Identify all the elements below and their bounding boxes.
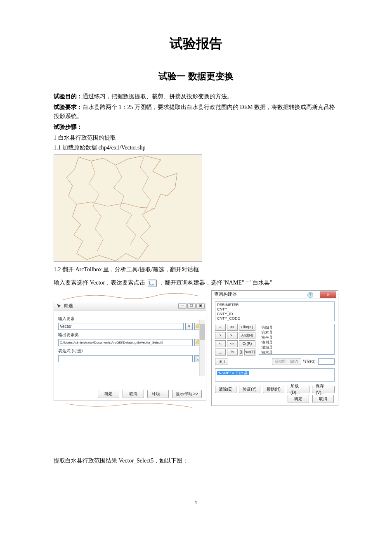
input-feature-dropdown-button[interactable]: ▾	[185, 323, 193, 330]
purpose-text: 通过练习，把握数据提取、裁剪、拼接及投影变换的方法。	[83, 93, 233, 100]
get-unique-button[interactable]: 获取唯一值(V)	[272, 358, 301, 365]
step-1-2-inline: 输入要素选择 Vector，表达要素点击 ，翻开查询构建器，选择"NAME" =…	[54, 278, 338, 287]
sql-expression-icon	[148, 280, 157, 287]
map-svg	[54, 155, 202, 262]
dialog-screenshots-row: 筛选 — ▢ ▣ 输入要素 Vector ▾ 输出要素类 C	[54, 290, 338, 411]
field-name[interactable]: NAME	[217, 321, 333, 321]
query-cancel-button[interactable]: 取消	[312, 395, 334, 403]
query-op-grid: = <> Like(K) > >= And(N) < <= Or(R) _ % …	[215, 324, 255, 356]
query-save-button[interactable]: 保存(V)...	[312, 386, 335, 393]
steps-label: 试验步骤：	[54, 123, 83, 130]
query-clear-button[interactable]: 清除(E)	[215, 386, 236, 393]
query-body: PERIMETER CNTY_ CNTY_ID CNTY_CODE NAME =…	[212, 299, 338, 393]
map-context-line-bottom	[54, 401, 206, 411]
query-action-row: 清除(E) 验证(Y) 帮助(H) 加载(D)... 保存(V)...	[215, 386, 335, 393]
purpose-line: 试验目的：通过练习，把握数据提取、裁剪、拼接及投影变换的方法。	[54, 92, 338, 101]
query-ok-button[interactable]: 确定	[288, 395, 309, 403]
select-cancel-button[interactable]: 取消	[123, 390, 144, 398]
op-not-button[interactable]: Not(T)	[244, 349, 256, 356]
goto-label: 转至(G):	[303, 358, 317, 364]
map-context-line	[54, 290, 206, 302]
field-cnty[interactable]: CNTY_	[217, 307, 333, 312]
select-dialog-wrap: 筛选 — ▢ ▣ 输入要素 Vector ▾ 输出要素类 C	[54, 290, 206, 411]
svg-rect-0	[54, 155, 202, 262]
query-operators-row: = <> Like(K) > >= And(N) < <= Or(R) _ % …	[215, 324, 335, 356]
purpose-label: 试验目的：	[54, 93, 83, 100]
goto-input[interactable]	[318, 358, 335, 365]
select-dialog-body: 输入要素 Vector ▾ 输出要素类 C:\Users\Administrat…	[54, 311, 206, 388]
step-1-1: 1.1 加载原始数据 chp4/ex1/Vector.shp	[54, 143, 338, 152]
query-titlebar: 查询构建器 ? ✕	[212, 291, 338, 299]
query-footer: 确定 取消	[288, 395, 334, 403]
value-luochuan[interactable]: '洛川县'	[261, 340, 333, 345]
select-dialog-titlebar: 筛选 — ▢ ▣	[54, 302, 206, 311]
select-close-x-button[interactable]: ▣	[196, 303, 205, 309]
output-feature-path-input[interactable]: C:\Users\Administrator\Documents\ArcGIS\…	[58, 339, 193, 346]
select-env-button[interactable]: 环境...	[147, 390, 169, 398]
op-or-button[interactable]: Or(R)	[239, 340, 255, 347]
op-lt-button[interactable]: <	[215, 340, 226, 347]
doc-sub-title: 试验一 数据更变换	[54, 69, 338, 83]
field-perimeter[interactable]: PERIMETER	[217, 303, 333, 307]
step-1-2: 1.2 翻开 ArcTollbox 里，分析工具/提取/筛选，翻开对话框	[54, 265, 338, 274]
doc-main-title: 试验报告	[54, 33, 338, 54]
query-verify-button[interactable]: 验证(Y)	[239, 386, 260, 393]
inline-text-b: ，翻开查询构建器，选择"NAME" = "白水县"	[159, 280, 272, 286]
expression-input[interactable]	[58, 355, 193, 362]
select-min-button[interactable]: —	[178, 303, 187, 309]
query-values-list[interactable]: '合阳县' '宜君县' '富平县' '洛川县' '澄城县' '白水县'	[259, 324, 335, 355]
value-yijun[interactable]: '宜君县'	[261, 330, 333, 335]
op-eq-button[interactable]: =	[215, 324, 226, 331]
query-row2: Is(I) 获取唯一值(V) 转至(G):	[215, 358, 335, 365]
select-dialog-scrollbar[interactable]	[199, 320, 205, 376]
op-like-button[interactable]: Like(K)	[239, 324, 255, 331]
query-help-icon[interactable]: ?	[307, 292, 313, 298]
expression-label: 表达式 (可选)	[58, 348, 202, 354]
query-builder-dialog: 查询构建器 ? ✕ PERIMETER CNTY_ CNTY_ID CNTY_C…	[211, 290, 338, 406]
requirement-text: 白水县跨两个 1：25 万图幅，要求提取出白水县行政范围内的 DEM 数据，将数…	[54, 104, 335, 119]
scroll-thumb[interactable]	[200, 324, 205, 340]
op-le-button[interactable]: <=	[227, 340, 238, 347]
query-dialog-title: 查询构建器	[214, 291, 237, 298]
value-fuping[interactable]: '富平县'	[261, 335, 333, 340]
op-underscore-button[interactable]: _	[215, 349, 226, 356]
step-1-heading: 1 白水县行政范围的提取	[54, 133, 338, 142]
arcgis-select-dialog: 筛选 — ▢ ▣ 输入要素 Vector ▾ 输出要素类 C	[54, 302, 206, 401]
page-number: 1	[54, 498, 338, 507]
result-line: 提取白水县行政范围结果 Vector_Select5，如以下图：	[54, 456, 338, 465]
baishui-map-figure	[54, 154, 202, 262]
query-load-button[interactable]: 加载(D)...	[287, 386, 309, 393]
query-close-button[interactable]: ✕	[320, 292, 336, 298]
select-dialog-footer: 确定 取消 环境... 显示帮助 >>	[54, 390, 206, 398]
select-dialog-title: 筛选	[64, 302, 73, 310]
value-chengcheng[interactable]: '澄城县'	[261, 345, 333, 350]
select-ok-button[interactable]: 确定	[98, 390, 119, 398]
op-ge-button[interactable]: >=	[227, 332, 238, 339]
op-percent-button[interactable]: %	[227, 349, 238, 356]
select-showhelp-button[interactable]: 显示帮助 >>	[172, 390, 202, 398]
input-feature-label: 输入要素	[58, 315, 202, 322]
select-max-button[interactable]: ▢	[187, 303, 196, 309]
query-field-list[interactable]: PERIMETER CNTY_ CNTY_ID CNTY_CODE NAME	[215, 301, 335, 321]
steps-label-line: 试验步骤：	[54, 122, 338, 132]
op-gt-button[interactable]: >	[215, 332, 226, 339]
where-value-token: '白水县'	[236, 371, 249, 375]
query-where-textarea[interactable]: "NAME" = '白水县'	[215, 368, 335, 382]
requirement-line: 试验要求：白水县跨两个 1：25 万图幅，要求提取出白水县行政范围内的 DEM …	[54, 102, 338, 121]
op-ne-button[interactable]: <>	[227, 324, 238, 331]
value-heyang[interactable]: '合阳县'	[261, 325, 333, 330]
select-tool-icon	[57, 304, 61, 308]
where-name-token: "NAME" =	[217, 371, 236, 375]
input-feature-combo[interactable]: Vector	[58, 323, 184, 330]
query-help-button[interactable]: 帮助(H)	[263, 386, 284, 393]
value-baishui[interactable]: '白水县'	[261, 350, 333, 355]
op-is-button[interactable]: Is(I)	[215, 358, 228, 365]
op-and-button[interactable]: And(N)	[239, 332, 255, 339]
requirement-label: 试验要求：	[54, 104, 83, 110]
field-cnty-id[interactable]: CNTY_ID	[217, 312, 333, 316]
op-paren-button[interactable]: ()	[239, 349, 243, 356]
inline-text-a: 输入要素选择 Vector，表达要素点击	[54, 280, 147, 286]
output-feature-label: 输出要素类	[58, 332, 202, 338]
field-cnty-code[interactable]: CNTY_CODE	[217, 316, 333, 321]
